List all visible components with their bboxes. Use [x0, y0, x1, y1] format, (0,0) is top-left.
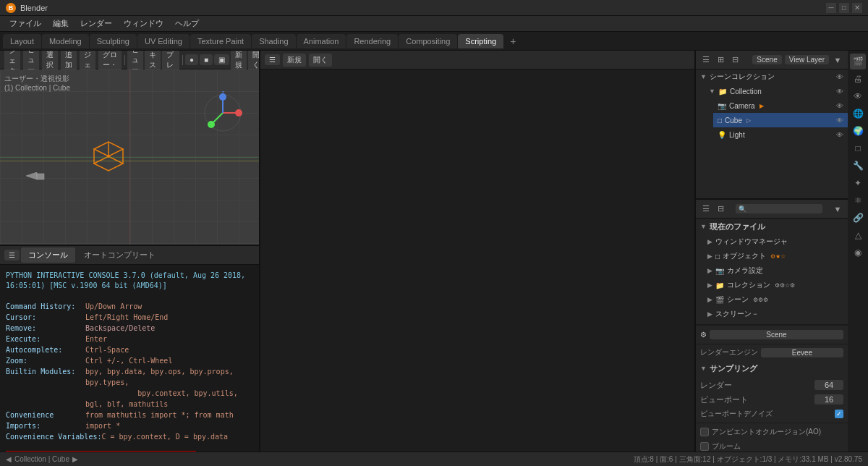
viewport-select-menu[interactable]: 選択 [42, 51, 58, 72]
tab-shading[interactable]: Shading [252, 34, 295, 48]
props-collapse-btn[interactable]: ⊟ [715, 203, 726, 215]
props-icon-data[interactable]: △ [850, 227, 866, 243]
menu-window[interactable]: ウィンドウ [119, 17, 169, 30]
console-content[interactable]: PYTHON INTERACTIVE CONSOLE 3.7.0 (defaul… [0, 265, 259, 452]
props-icon-object[interactable]: □ [850, 140, 866, 156]
tab-uv-editing[interactable]: UV Editing [137, 34, 190, 48]
render-val[interactable]: 64 [814, 380, 843, 390]
camera-eye[interactable]: 👁 [836, 102, 843, 110]
keybinding-remove: Remove: Backspace/Delete [6, 323, 253, 334]
sampling-header[interactable]: ▼ サンプリング [696, 360, 848, 376]
props-window-manager[interactable]: ▶ ウィンドウマネージャ [707, 234, 843, 249]
viewport-glow-btn[interactable]: グロー・ [98, 51, 122, 72]
denoise-label: ビューポートデノイズ [700, 409, 832, 419]
outliner-camera[interactable]: 📷 Camera ▶ 👁 [713, 98, 848, 113]
add-workspace-button[interactable]: + [504, 34, 522, 48]
maximize-button[interactable]: □ [839, 3, 849, 13]
current-file-items: ▶ ウィンドウマネージャ ▶ □ オブジェクト ⚙★☆ ▶ 📷 カメラ設定 ▶ … [696, 234, 848, 324]
props-icon-particles[interactable]: ✦ [850, 175, 866, 191]
cube-eye[interactable]: 👁 [836, 116, 843, 124]
denoise-checkbox[interactable]: ✓ [835, 410, 843, 418]
tab-texture-paint[interactable]: Texture Paint [190, 34, 251, 48]
props-icon-physics[interactable]: ⚛ [850, 192, 866, 208]
props-icon-render[interactable]: 🎬 [850, 54, 866, 69]
menu-help[interactable]: ヘルプ [170, 17, 204, 30]
sampling-section: ▼ サンプリング レンダー 64 ビューポート 16 ビューポートデノイズ ✓ [696, 360, 848, 423]
light-eye[interactable]: 👁 [836, 131, 843, 139]
viewport-val[interactable]: 16 [814, 394, 843, 404]
props-object[interactable]: ▶ □ オブジェクト ⚙★☆ [707, 249, 843, 263]
outliner-top-bar: ☰ ⊞ ⊟ Scene View Layer ▼ [696, 51, 848, 69]
obj-icon2: □ [715, 253, 720, 260]
script-new-btn[interactable]: 新規 [283, 54, 306, 67]
view-layer-display[interactable]: View Layer [785, 55, 829, 64]
props-search-box[interactable]: 🔍 [736, 204, 822, 213]
tab-autocomplete[interactable]: オートコンプリート [77, 247, 163, 263]
tab-modeling[interactable]: Modeling [42, 34, 89, 48]
props-scene[interactable]: ▶ 🎬 シーン ⚙⚙⚙ [707, 292, 843, 307]
props-icon-scene[interactable]: 🌐 [850, 106, 866, 122]
tab-compositing[interactable]: Compositing [399, 34, 457, 48]
bloom-checkbox[interactable] [700, 442, 709, 451]
props-camera[interactable]: ▶ 📷 カメラ設定 [707, 263, 843, 278]
viewport-3d[interactable]: ユーザー・透視投影 (1) Collection | Cube [0, 69, 259, 245]
keybinding-autocomplete: Autocomplete: Ctrl-Space [6, 344, 253, 355]
menu-file[interactable]: ファイル [4, 17, 46, 30]
scene-name-display[interactable]: Scene [752, 55, 781, 64]
script-panel-menu[interactable]: ☰ [265, 54, 280, 65]
main-content: オブジェクト▼ ビュー 選択 追加 オブジェクト グロー・ ビュー テキスト テ… [0, 51, 868, 452]
collection-eye[interactable]: 👁 [836, 88, 843, 96]
props-collection[interactable]: ▶ 📁 コレクション ⚙⚙☆⚙ [707, 278, 843, 292]
minimize-button[interactable]: ─ [826, 3, 836, 13]
ao-checkbox[interactable] [700, 428, 709, 436]
menu-edit[interactable]: 編集 [48, 17, 74, 30]
tab-sculpting[interactable]: Sculpting [90, 34, 137, 48]
scene-selector-val[interactable]: Scene [710, 330, 843, 339]
menu-render[interactable]: レンダー [75, 17, 117, 30]
props-icon-world[interactable]: 🌍 [850, 123, 866, 139]
props-icon-constraints[interactable]: 🔗 [850, 210, 866, 226]
tab-rendering[interactable]: Rendering [346, 34, 398, 48]
keybinding-history: Command History: Up/Down Arrow [6, 301, 253, 312]
console-panel-menu[interactable]: ☰ [4, 250, 20, 260]
outliner-menu-btn[interactable]: ☰ [700, 54, 712, 66]
viewport-gizmo[interactable]: X Y Z [201, 91, 244, 135]
tab-scripting[interactable]: Scripting [458, 34, 503, 48]
world-y-axis [129, 69, 130, 245]
tab-console[interactable]: コンソール [21, 247, 75, 263]
props-menu-btn[interactable]: ☰ [700, 203, 712, 215]
viewport-shader-3[interactable]: ▣ [214, 54, 229, 65]
tab-layout[interactable]: Layout [3, 34, 41, 48]
props-search-input[interactable] [749, 205, 814, 213]
scene-collection-eye[interactable]: 👁 [836, 73, 843, 81]
outliner-light[interactable]: 💡 Light 👁 [713, 127, 848, 142]
outliner-collection[interactable]: ▼ 📁 Collection 👁 [705, 84, 848, 98]
viewport-shader-1[interactable]: ● [185, 54, 198, 65]
viewport-collection-label: (1) Collection | Cube [4, 84, 70, 92]
tab-animation[interactable]: Animation [297, 34, 346, 48]
scene-icon: 🎬 [715, 296, 724, 304]
close-button[interactable]: ✕ [852, 3, 862, 13]
outliner-cube[interactable]: □ Cube ▷ 👁 [713, 113, 848, 127]
props-filter-btn[interactable]: ▼ [832, 203, 843, 215]
props-screen[interactable]: ▶ スクリーン－ [707, 307, 843, 321]
obj-label: オブジェクト [723, 251, 766, 261]
props-icon-modifier[interactable]: 🔧 [850, 158, 866, 174]
coll-extra: ⚙⚙☆⚙ [775, 282, 795, 289]
viewport-add-menu[interactable]: 追加 [61, 51, 77, 72]
outliner-filter2[interactable]: ▼ [832, 54, 843, 66]
viewport-open-btn[interactable]: 開く [248, 51, 259, 72]
props-icon-material[interactable]: ◉ [850, 245, 866, 260]
cam-arrow: ▶ [707, 267, 712, 274]
props-icon-view[interactable]: 👁 [850, 88, 866, 104]
script-open-btn[interactable]: 開く [309, 54, 332, 67]
render-engine-val[interactable]: Eevee [761, 348, 843, 357]
props-icon-output[interactable]: 🖨 [850, 71, 866, 87]
script-editor-content[interactable] [260, 69, 694, 452]
outliner-search-btn[interactable]: ⊟ [729, 54, 741, 66]
props-current-file-header[interactable]: ▼ 現在のファイル [696, 219, 848, 234]
app-title: Blender [20, 4, 48, 12]
viewport-new-btn[interactable]: 新規 [231, 51, 247, 72]
outliner-filter-btn[interactable]: ⊞ [715, 54, 726, 66]
viewport-shader-2[interactable]: ■ [200, 54, 213, 65]
